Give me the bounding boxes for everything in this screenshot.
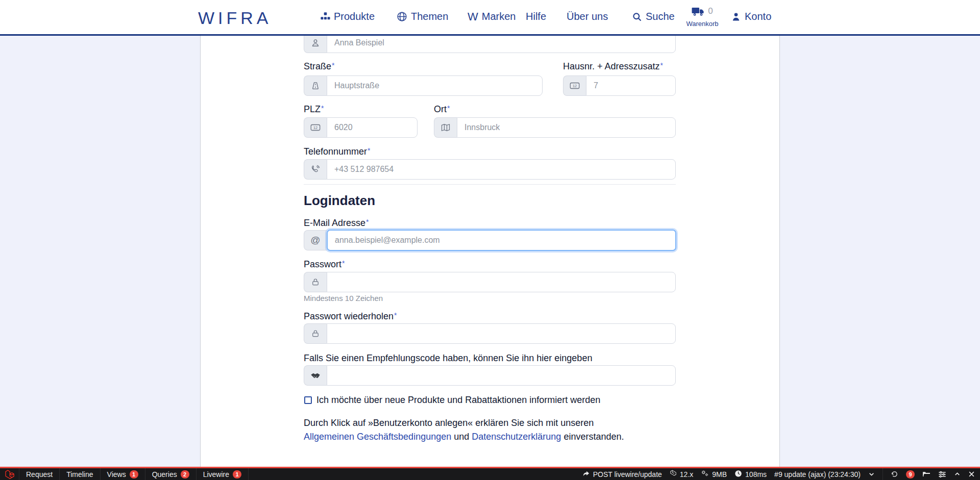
nav-label: Produkte <box>334 11 375 22</box>
name-field <box>304 33 676 53</box>
cart-button[interactable]: 0 Warenkorb <box>685 6 719 28</box>
nav-label: Themen <box>411 11 448 22</box>
housenr-input[interactable] <box>586 75 676 96</box>
debugbar-tab-timeline[interactable]: Timeline <box>60 468 100 480</box>
nav-item-hilfe[interactable]: Hilfe <box>526 11 546 22</box>
debugbar-separator <box>883 468 883 480</box>
svg-text:12: 12 <box>313 125 317 130</box>
tab-label: Livewire <box>203 470 229 478</box>
agb-link[interactable]: Allgemeinen Geschäftsbedingungen <box>304 432 451 442</box>
debugbar-tab-livewire[interactable]: Livewire 1 <box>197 468 249 480</box>
settings-sliders-icon[interactable] <box>938 471 946 478</box>
tab-label: Queries <box>152 470 177 478</box>
views-count-badge: 1 <box>130 470 138 478</box>
tab-label: Views <box>107 470 126 478</box>
street-field <box>304 75 543 96</box>
terms-suffix: einverstanden. <box>561 432 624 442</box>
cart-label: Warenkorb <box>685 20 719 28</box>
phone-label: Telefonnummer* <box>304 146 371 157</box>
password-input[interactable] <box>327 272 676 292</box>
globe-icon <box>397 11 407 22</box>
newsletter-label: Ich möchte über neue Produkte und Rabatt… <box>316 395 600 406</box>
password-hint: Mindestens 10 Zeichen <box>304 294 383 302</box>
nav-item-marken[interactable]: W Marken <box>468 11 516 22</box>
lock-icon <box>304 272 327 292</box>
top-navigation-bar: WIFRA Produkte Themen W Marken Hilfe Übe… <box>0 0 980 36</box>
wifra-logo[interactable]: WIFRA <box>198 8 272 28</box>
name-input[interactable] <box>327 33 676 53</box>
clock-icon <box>734 470 742 479</box>
required-asterisk: * <box>366 218 369 226</box>
user-icon <box>731 12 741 22</box>
email-label: E-Mail Adresse* <box>304 218 369 229</box>
nav-item-suche[interactable]: Suche <box>632 11 675 22</box>
nav-label: Marken <box>482 11 516 22</box>
terms-middle: und <box>451 432 472 442</box>
house-number-icon: 12 <box>304 117 327 138</box>
required-asterisk: * <box>368 146 370 155</box>
debugbar-memory: 9MB <box>701 470 727 478</box>
close-icon[interactable] <box>968 471 975 477</box>
phone-input[interactable] <box>327 159 676 180</box>
laravel-logo-icon[interactable] <box>0 468 19 480</box>
queries-count-badge: 2 <box>181 470 189 478</box>
nav-item-ueber-uns[interactable]: Über uns <box>567 11 608 22</box>
livewire-count-badge: 1 <box>233 470 241 478</box>
debugbar-tab-queries[interactable]: Queries 2 <box>145 468 197 480</box>
referral-input[interactable] <box>327 365 676 386</box>
debugbar-request-method[interactable]: POST livewire/update <box>582 470 662 479</box>
chevron-down-icon[interactable] <box>868 471 875 477</box>
referral-field <box>304 365 676 386</box>
plz-label: PLZ* <box>304 104 324 115</box>
newsletter-checkbox[interactable] <box>304 396 312 404</box>
laravel-version-icon <box>670 470 677 478</box>
history-count-badge: 9 <box>906 470 915 478</box>
phone-icon <box>304 159 327 180</box>
city-input[interactable] <box>457 117 676 138</box>
debugbar-status[interactable]: #9 update (ajax) (23:24:30) <box>774 470 861 478</box>
street-input[interactable] <box>327 75 543 96</box>
plz-field: 12 <box>304 117 418 138</box>
tab-label: Request <box>26 470 53 478</box>
privacy-link[interactable]: Datenschutzerklärung <box>472 432 561 442</box>
chevron-up-icon[interactable] <box>954 471 961 477</box>
password-repeat-input[interactable] <box>327 323 676 344</box>
referral-label: Falls Sie einen Empfehlungscode haben, k… <box>304 353 592 364</box>
nav-item-produkte[interactable]: Produkte <box>321 11 375 22</box>
plz-input[interactable] <box>327 117 418 138</box>
nav-label: Hilfe <box>526 11 546 22</box>
terms-text: Durch Klick auf »Benutzerkonto anlegen« … <box>304 416 681 444</box>
password-repeat-label: Passwort wiederholen* <box>304 311 397 322</box>
email-field: @ <box>304 230 676 250</box>
required-asterisk: * <box>447 104 450 112</box>
cart-count-badge: 0 <box>708 6 713 16</box>
history-icon[interactable] <box>891 470 898 478</box>
email-input[interactable] <box>327 230 676 251</box>
tab-label: Timeline <box>66 470 93 478</box>
phone-field <box>304 159 676 180</box>
time-text: 108ms <box>745 470 767 478</box>
request-route-text: POST livewire/update <box>593 470 662 478</box>
nav-item-themen[interactable]: Themen <box>397 11 448 22</box>
at-icon: @ <box>304 230 327 250</box>
housenr-field: 12 <box>563 75 676 96</box>
laravel-debugbar: Request Timeline Views 1 Queries 2 Livew… <box>0 467 980 480</box>
gears-icon <box>701 470 709 478</box>
folder-icon[interactable] <box>922 471 930 478</box>
debugbar-tab-views[interactable]: Views 1 <box>101 468 145 480</box>
debugbar-tab-request[interactable]: Request <box>19 468 60 480</box>
debugbar-laravel-version: 12.x <box>670 470 693 478</box>
city-field <box>434 117 676 138</box>
required-asterisk: * <box>660 61 663 69</box>
nav-item-konto[interactable]: Konto <box>731 11 771 22</box>
password-label: Passwort* <box>304 259 345 270</box>
debugbar-time: 108ms <box>734 470 767 479</box>
memory-text: 9MB <box>712 470 727 478</box>
status-text: #9 update (ajax) (23:24:30) <box>774 470 861 478</box>
nav-label: Über uns <box>567 11 608 22</box>
svg-text:12: 12 <box>573 84 577 88</box>
housenr-label: Hausnr. + Adresszusatz* <box>563 61 663 72</box>
lock-icon <box>304 323 327 344</box>
required-asterisk: * <box>342 259 345 267</box>
nav-label: Suche <box>646 11 675 22</box>
